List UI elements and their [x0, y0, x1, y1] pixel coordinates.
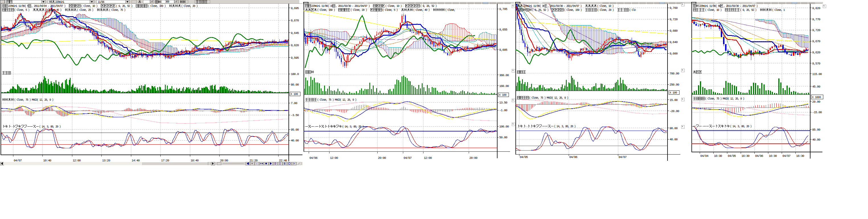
svg-text:9,605: 9,605 — [499, 48, 507, 52]
svg-text:( 14, 3, 80, 20 ): ( 14, 3, 80, 20 ) — [554, 125, 576, 128]
svg-text:9,720: 9,720 — [670, 18, 678, 21]
svg-text:, 2011/03/30 - 2011/04/07 ): , 2011/03/30 - 2011/04/07 ) — [336, 5, 370, 8]
svg-text:-3.50: -3.50 — [291, 113, 299, 117]
svg-text:9,760: 9,760 — [670, 6, 678, 10]
svg-text:225mini 11/06( 15: 225mini 11/06( 15 — [311, 5, 333, 8]
svg-text:9,645: 9,645 — [291, 31, 299, 35]
svg-text:( 9, 26, 52 ): ( 9, 26, 52 ) — [532, 8, 549, 12]
svg-text:11/06: 11/06 — [98, 1, 104, 4]
svg-text:-20.00: -20.00 — [670, 109, 679, 113]
svg-text:04/04: 04/04 — [700, 154, 709, 158]
svg-text:04/07: 04/07 — [404, 156, 411, 160]
svg-text:( Close, 1: ( Close, 1 — [772, 8, 785, 12]
svg-text:14:40: 14:40 — [131, 159, 140, 162]
svg-text:45.00: 45.00 — [812, 85, 820, 88]
svg-text:360.00: 360.00 — [499, 74, 509, 77]
svg-text:X 1000: X 1000 — [812, 96, 821, 99]
svg-text:16:30: 16:30 — [769, 154, 777, 158]
svg-text:100.00: 100.00 — [499, 125, 509, 128]
svg-text:90.00: 90.00 — [670, 127, 678, 130]
svg-text:9,670: 9,670 — [291, 19, 299, 22]
svg-text:160.00: 160.00 — [499, 84, 509, 88]
svg-text:( Clo: ( Clo — [629, 8, 636, 12]
svg-text:( Close, 10 ): ( Close, 10 ) — [81, 5, 97, 8]
svg-text:( 14, 3, 80, 20 ): ( 14, 3, 80, 20 ) — [730, 125, 751, 128]
svg-text:-1.00: -1.00 — [499, 109, 507, 112]
svg-text:13:20: 13:20 — [102, 159, 110, 162]
svg-text:225mini 11/06( 30: 225mini 11/06( 30 — [523, 5, 545, 8]
svg-text:9,680: 9,680 — [670, 29, 678, 32]
svg-text:( Close, 20 ): ( Close, 20 ) — [350, 8, 367, 12]
svg-text:225mini: 225mini — [55, 1, 65, 4]
svg-text:04/05: 04/05 — [520, 156, 528, 159]
svg-text:16:30: 16:30 — [742, 154, 749, 158]
svg-text:04/07: 04/07 — [14, 159, 22, 162]
svg-text:50.00: 50.00 — [499, 136, 507, 139]
svg-text:9,640: 9,640 — [670, 40, 678, 44]
svg-text:( Close, 75 ) MACD( 12, 26,: ( Close, 75 ) MACD( 12, 26, 9 ) — [705, 97, 744, 100]
svg-text:9,595: 9,595 — [291, 56, 299, 60]
svg-text:·: · — [11, 125, 12, 128]
svg-text:22:40: 22:40 — [279, 159, 287, 162]
svg-text:12:00: 12:00 — [424, 156, 432, 160]
svg-text:·: · — [526, 125, 527, 128]
svg-text:20:00: 20:00 — [220, 159, 228, 162]
svg-text:, 2011/04/04 - 2011/04/07 ): , 2011/04/04 - 2011/04/07 ) — [31, 5, 65, 8]
svg-text:D: D — [275, 162, 276, 165]
svg-text:, 2011/03/30 - 2011/04/07 ): , 2011/03/30 - 2011/04/07 ) — [723, 5, 757, 8]
svg-text:( Close, 10 ): ( Close, 10 ) — [597, 5, 614, 8]
svg-text:9,620: 9,620 — [812, 51, 820, 54]
svg-text:( 9, 26, 52 ): ( 9, 26, 52 ) — [420, 5, 437, 8]
svg-text:250.00: 250.00 — [670, 83, 679, 86]
svg-text:40.00: 40.00 — [291, 139, 299, 142]
svg-text:, 2011/03/30 - 2011/04/07 ): , 2011/03/30 - 2011/04/07 ) — [547, 5, 582, 8]
svg-text:9,770: 9,770 — [812, 18, 820, 21]
svg-text:X 100: X 100 — [670, 91, 677, 94]
svg-text:04/06: 04/06 — [569, 156, 577, 159]
svg-text:( Close, 75 ) MACD( 12, 26,: ( Close, 75 ) MACD( 12, 26, 9 ) — [529, 97, 568, 100]
svg-text:( Close, 25 ): ( Close, 25 ) — [77, 8, 93, 12]
svg-text:( 14, 3, 80, 20 ): ( 14, 3, 80, 20 ) — [39, 125, 61, 128]
svg-text:18:40: 18:40 — [190, 159, 198, 162]
svg-text:( 9, 26, 52 ): ( 9, 26, 52 ) — [740, 8, 756, 12]
svg-text:04/07: 04/07 — [619, 156, 626, 159]
svg-text:9,600: 9,600 — [670, 52, 678, 55]
svg-text:( 14, 3, 80, 20 ): ( 14, 3, 80, 20 ) — [342, 125, 364, 128]
svg-text:12:00: 12:00 — [73, 159, 81, 162]
svg-text:225mini 11/06( 60: 225mini 11/06( 60 — [699, 5, 721, 8]
svg-text:( Close, 10 ): ( Close, 10 ) — [705, 8, 722, 12]
svg-text:( Close, 75 ): ( Close, 75 ) — [109, 8, 125, 12]
svg-text:9,620: 9,620 — [291, 44, 299, 47]
svg-text:( Close,: ( Close, — [445, 8, 455, 12]
svg-text:( Close, 40 ): ( Close, 40 ) — [413, 8, 430, 12]
svg-text:20:00: 20:00 — [469, 156, 477, 160]
svg-text:( Close, 20 ): ( Close, 20 ) — [181, 5, 198, 8]
svg-text:( Close, 75 ) MACD( 12, 26,: ( Close, 75 ) MACD( 12, 26, 9 ) — [14, 99, 54, 102]
svg-text:9,670: 9,670 — [812, 39, 820, 43]
svg-text:-15.00: -15.00 — [812, 111, 822, 114]
svg-text:225mini 11/06( 5: 225mini 11/06( 5 — [8, 5, 29, 8]
svg-text:40.00: 40.00 — [670, 138, 678, 141]
svg-text:16:30: 16:30 — [796, 154, 804, 158]
svg-text:+: + — [251, 162, 253, 165]
svg-text:04/06: 04/06 — [755, 154, 763, 158]
svg-text:9,695: 9,695 — [291, 6, 299, 10]
svg-text:04/06: 04/06 — [310, 156, 317, 160]
svg-text:( Close, 5 ): ( Close, 5 ) — [14, 8, 30, 12]
svg-text:( Close, 40 ): ( Close, 40 ) — [45, 8, 62, 12]
svg-text:21:20: 21:20 — [249, 159, 257, 162]
svg-text:( Close, 5 ): ( Close, 5 ) — [382, 8, 398, 12]
svg-text:( Close, 150 ): ( Close, 150 ) — [148, 5, 165, 8]
svg-text:X 100: X 100 — [499, 93, 507, 97]
svg-text:( Close, 75 ) MACD( 12, 26,: ( Close, 75 ) MACD( 12, 26, 9 ) — [317, 99, 356, 102]
svg-text:12:00: 12:00 — [330, 156, 338, 160]
svg-text:-: - — [256, 162, 258, 165]
svg-text:I: I — [279, 162, 281, 165]
svg-text:115.00: 115.00 — [812, 73, 822, 76]
svg-text:·: · — [314, 125, 315, 128]
svg-text:9,705: 9,705 — [499, 7, 507, 11]
svg-text:700.00: 700.00 — [670, 72, 679, 75]
svg-text:( 9, 26, 52 ): ( 9, 26, 52 ) — [116, 5, 132, 8]
svg-text:B: B — [284, 162, 285, 165]
svg-text:16:30: 16:30 — [714, 154, 722, 158]
